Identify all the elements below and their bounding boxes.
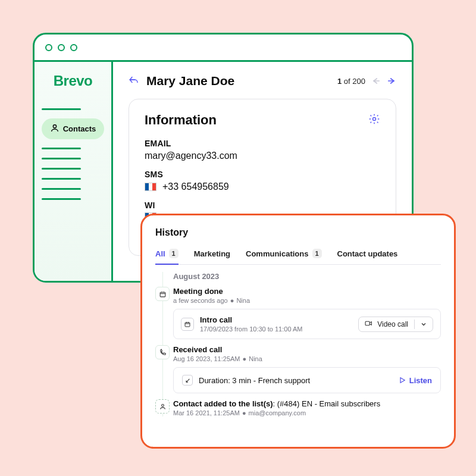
calendar-icon <box>181 318 194 331</box>
field-sms: SMS +33 654956859 <box>145 170 380 192</box>
window-titlebar <box>35 35 412 62</box>
svg-rect-3 <box>185 322 190 327</box>
svg-point-1 <box>373 118 376 121</box>
event-title: Received call <box>173 345 441 354</box>
event-meta: a few seconds ago●Nina <box>173 297 441 304</box>
intro-call-time: 17/09/2023 from 10:30 to 11:00 AM <box>200 325 302 333</box>
back-icon[interactable] <box>129 75 139 87</box>
event-meeting: Meeting done a few seconds ago●Nina Intr… <box>173 287 441 339</box>
sidebar-nav: Contacts <box>42 100 105 208</box>
chevron-down-icon <box>421 320 427 328</box>
tab-communications[interactable]: Communications 1 <box>246 245 321 264</box>
svg-point-0 <box>53 125 56 128</box>
arrow-down-left-icon: ↙ <box>182 375 193 386</box>
video-icon <box>365 320 372 328</box>
pager-current: 1 <box>337 77 342 86</box>
history-timeline: August 2023 Meeting done a few seconds a… <box>155 272 441 416</box>
pager: 1 of 200 <box>337 77 396 86</box>
tab-marketing[interactable]: Marketing <box>194 245 230 264</box>
event-meta: Aug 16 2023, 11:25AM●Nina <box>173 355 441 362</box>
intro-call-card[interactable]: Intro call 17/09/2023 from 10:30 to 11:0… <box>173 309 441 339</box>
info-card-title: Information <box>145 112 217 128</box>
field-label: WI <box>145 201 380 210</box>
sidebar-item-placeholder[interactable] <box>42 178 81 180</box>
sidebar-item-placeholder[interactable] <box>42 198 81 200</box>
field-value-text: +33 654956859 <box>162 181 229 192</box>
settings-gear-icon[interactable] <box>368 113 380 127</box>
sidebar-item-contacts[interactable]: Contacts <box>42 118 105 139</box>
sidebar-item-placeholder[interactable] <box>42 188 81 190</box>
brand-logo: Brevo <box>54 73 93 89</box>
calendar-icon <box>155 287 170 301</box>
tab-label: All <box>155 249 165 258</box>
tab-all[interactable]: All 1 <box>155 245 178 264</box>
call-duration-text: Duration: 3 min - French support <box>199 376 310 385</box>
pager-next-icon[interactable] <box>387 77 396 85</box>
field-value: mary@agency33.com <box>145 151 380 161</box>
pager-of: of <box>344 77 350 86</box>
field-email: EMAIL mary@agency33.com <box>145 139 380 161</box>
svg-rect-4 <box>365 321 369 325</box>
field-value: +33 654956859 <box>145 181 380 192</box>
sidebar-item-placeholder[interactable] <box>42 148 81 149</box>
event-title: Contact added to the list(s): (#484) EN … <box>173 399 441 408</box>
window-dot-icon <box>58 44 65 51</box>
field-label: SMS <box>145 170 380 179</box>
field-label: EMAIL <box>145 139 380 148</box>
listen-label: Listen <box>409 376 432 385</box>
event-meta: Mar 16 2021, 11:25AM●mia@company.com <box>173 409 441 416</box>
event-title: Meeting done <box>173 287 441 296</box>
event-list-added: Contact added to the list(s): (#484) EN … <box>173 399 441 416</box>
person-icon <box>155 399 170 414</box>
intro-call-title: Intro call <box>200 315 302 324</box>
video-call-dropdown[interactable]: Video call <box>358 317 433 332</box>
window-dots <box>45 44 77 51</box>
pager-prev-icon[interactable] <box>371 77 381 85</box>
window-dot-icon <box>70 44 77 51</box>
call-duration-card: ↙ Duration: 3 min - French support Liste… <box>173 367 441 393</box>
tab-label: Contact updates <box>337 249 398 258</box>
event-received-call: Received call Aug 16 2023, 11:25AM●Nina … <box>173 345 441 393</box>
sidebar-item-placeholder[interactable] <box>42 108 81 110</box>
video-label: Video call <box>377 320 408 328</box>
contact-icon <box>50 123 60 134</box>
tab-count-badge: 1 <box>169 249 178 258</box>
window-dot-icon <box>45 44 52 51</box>
contact-name: Mary Jane Doe <box>146 74 234 88</box>
tab-contact-updates[interactable]: Contact updates <box>337 245 398 264</box>
sidebar-item-placeholder[interactable] <box>42 168 81 170</box>
flag-fr-icon <box>145 183 156 191</box>
tab-count-badge: 1 <box>312 249 322 258</box>
history-card: History All 1 Marketing Communications 1… <box>140 214 456 449</box>
svg-point-5 <box>161 404 164 406</box>
history-title: History <box>155 227 441 238</box>
listen-button[interactable]: Listen <box>399 376 432 385</box>
svg-rect-2 <box>160 292 165 297</box>
sidebar: Brevo Contacts <box>35 62 113 281</box>
contact-header: Mary Jane Doe 1 of 200 <box>129 74 396 88</box>
sidebar-item-label: Contacts <box>63 124 96 133</box>
tab-label: Communications <box>246 249 308 258</box>
history-tabs: All 1 Marketing Communications 1 Contact… <box>155 245 441 265</box>
sidebar-item-placeholder[interactable] <box>42 158 81 159</box>
timeline-month: August 2023 <box>173 272 441 281</box>
pager-total: 200 <box>352 77 365 86</box>
tab-label: Marketing <box>194 249 230 258</box>
phone-icon <box>155 345 170 359</box>
